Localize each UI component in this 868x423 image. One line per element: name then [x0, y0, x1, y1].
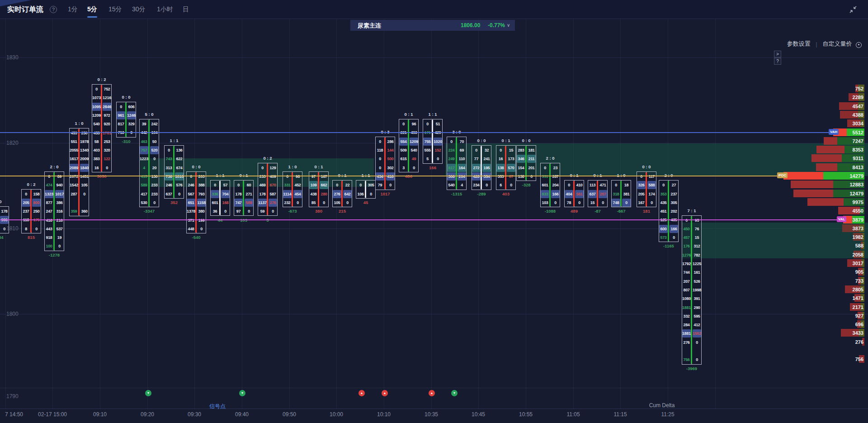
bid-volume-cell: 353	[659, 190, 668, 198]
candle-body	[620, 181, 622, 206]
signal-marker[interactable]: ▼	[145, 390, 151, 396]
bid-volume-cell: 551	[70, 138, 78, 146]
price-axis-label: 1820	[6, 140, 19, 146]
bid-volume-cell: 0	[541, 164, 549, 172]
profile-volume-value: 3034	[832, 121, 863, 126]
imbalance-header: 0 : 0	[468, 138, 495, 143]
ask-volume-cell: 110	[458, 155, 466, 163]
candle-body	[525, 146, 527, 180]
help-icon[interactable]: ?	[50, 6, 57, 13]
contract-change: -0.77%	[488, 22, 505, 29]
ask-volume-cell: 320	[103, 146, 111, 154]
ask-volume-cell: 0	[622, 199, 631, 207]
time-axis-label: 11:05	[566, 411, 580, 418]
profile-volume-value: 1982	[832, 234, 863, 240]
bid-volume-cell: 318	[612, 190, 620, 198]
bid-volume-cell: 601	[211, 199, 219, 207]
ask-volume-cell: 0	[482, 181, 491, 189]
candle-delta: 352	[158, 200, 190, 205]
bid-volume-cell: 224	[447, 146, 456, 154]
footprint-candle[interactable]: 113471637207150	[588, 180, 608, 207]
footprint-candle[interactable]: 4532505511978205513401617200920891840207…	[69, 128, 89, 216]
bid-volume-cell: 5	[423, 155, 432, 163]
bid-volume-cell: 58	[92, 138, 101, 146]
signal-marker[interactable]: ▲	[382, 390, 388, 396]
bid-volume-cell: 283	[517, 146, 525, 154]
expand-panel-button[interactable]: >	[774, 51, 781, 57]
footprint-candle[interactable]: 028611814405000302434416790	[375, 137, 395, 190]
time-axis-label: 11:15	[613, 411, 627, 418]
footprint-candle[interactable]: 013674362231367473610102465766370	[164, 145, 184, 199]
ask-volume-cell: 386	[55, 199, 64, 207]
bid-volume-cell: 97	[309, 172, 318, 181]
signal-marker[interactable]: ▲	[359, 390, 365, 396]
poc-line	[0, 176, 777, 176]
bid-volume-cell: 0	[333, 181, 341, 189]
param-settings-button[interactable]: 参数设置	[787, 40, 811, 47]
tab-timeframe-30分[interactable]: 30分	[132, 5, 146, 14]
footprint-candle[interactable]: 0183183817480	[611, 180, 631, 207]
footprint-candle[interactable]: 032772412721954283542340	[472, 145, 491, 190]
bid-volume-cell: 0	[165, 146, 173, 154]
contract-selector[interactable]: 尿素主连 1806.00 -0.77% ∨	[350, 20, 515, 31]
footprint-candle[interactable]: 0752107312161095284612099725409204551781…	[92, 84, 112, 172]
ask-volume-cell: 167	[320, 172, 328, 181]
tab-timeframe-5分[interactable]: 5分	[87, 5, 97, 14]
ask-volume-cell: 312	[693, 242, 701, 250]
footprint-candle[interactable]: 051171429755102055515250	[423, 119, 443, 164]
bid-volume-cell: 0	[187, 172, 195, 181]
profile-volume-value: 7247	[832, 138, 863, 144]
footprint-candle[interactable]: 070224692491106171643062045404	[447, 137, 467, 190]
ask-volume-cell: 15	[693, 233, 701, 242]
footprint-candle[interactable]: 0222766421050	[332, 180, 352, 207]
ask-volume-cell: 0	[197, 225, 206, 233]
footprint-candle[interactable]: 09833145211144542320	[283, 171, 302, 207]
ask-volume-cell: 32	[482, 146, 491, 154]
candle-delta: -328	[510, 182, 542, 187]
tab-timeframe-日[interactable]: 日	[183, 5, 189, 14]
tab-timeframe-1小时[interactable]: 1小时	[157, 5, 173, 14]
tab-timeframe-1分[interactable]: 1分	[68, 5, 78, 14]
time-axis-label: 7 14:50	[5, 411, 23, 418]
signal-marker[interactable]: ▼	[239, 390, 245, 396]
footprint-candle[interactable]: 0954507645715176312127678217921225744161…	[682, 215, 702, 365]
footprint-candle[interactable]: 01292334094696701785871137276590	[258, 163, 278, 216]
custom-volume-price-button[interactable]: 自定义量价	[822, 40, 852, 47]
footprint-candle[interactable]: 0894749401323101787738624731641621644353…	[44, 171, 64, 251]
signal-marker[interactable]: ▼	[451, 390, 458, 396]
footprint-candle[interactable]: 97167109662438280850	[309, 171, 329, 207]
bid-volume-cell: 232	[283, 199, 292, 207]
footprint-candle[interactable]: 0410404561780	[564, 180, 584, 207]
footprint-candle[interactable]: 09622149355412095095406154930	[399, 119, 419, 172]
profile-sell-bar	[791, 181, 833, 188]
bid-volume-cell: 79	[376, 181, 384, 189]
profile-volume-value: 696	[832, 322, 863, 327]
ask-volume-cell: 752	[103, 85, 111, 93]
ask-volume-cell: 0	[32, 225, 41, 233]
footprint-candle[interactable]: 015820580023725011817580	[21, 189, 41, 234]
v-gridline	[526, 19, 526, 409]
footprint-candle[interactable]: 060178271747588970	[234, 180, 254, 216]
footprint-candle[interactable]: 0233312876012048331661030	[540, 163, 560, 208]
signal-marker[interactable]: ▲	[429, 390, 435, 396]
candle-body	[78, 129, 80, 215]
bid-volume-cell: 118	[376, 146, 384, 154]
panel-help-button[interactable]: ?	[774, 58, 781, 65]
imbalance-header: 0 : 2	[18, 182, 45, 187]
ask-volume-cell: 500	[386, 155, 395, 163]
ask-volume-cell: 166	[551, 190, 560, 198]
orderflow-app: 183018201810180017907 14:5002-17 15:0009…	[0, 0, 868, 423]
bid-volume-cell: 36	[211, 207, 219, 215]
bid-volume-cell: 276	[333, 190, 341, 198]
footprint-candle[interactable]: 01173265882051741670	[637, 171, 656, 207]
collapse-icon[interactable]	[849, 5, 857, 14]
tab-timeframe-15分[interactable]: 15分	[108, 5, 122, 14]
gear-icon[interactable]	[856, 42, 862, 48]
bid-volume-cell: 0	[376, 164, 384, 172]
bid-volume-cell: 272	[472, 164, 481, 172]
footprint-candle[interactable]: 057336704601168360	[210, 180, 230, 216]
bid-volume-cell: 0	[612, 181, 620, 189]
bid-volume-cell: 540	[447, 181, 456, 189]
bid-volume-cell: 0	[423, 120, 432, 128]
ask-volume-cell: 972	[103, 111, 111, 119]
